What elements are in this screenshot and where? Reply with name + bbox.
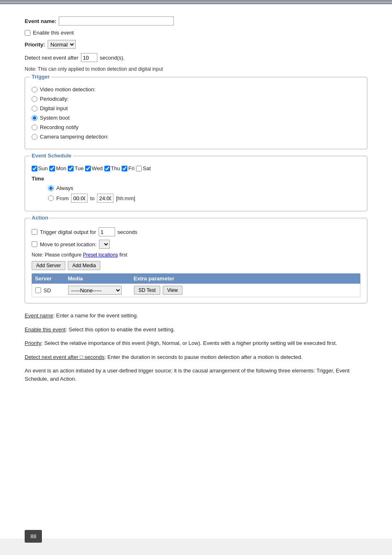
day-mon-checkbox[interactable] — [49, 166, 55, 171]
view-button[interactable]: View — [163, 286, 182, 295]
help-event-intro: An event is an action initiated by a use… — [25, 367, 367, 383]
trigger-digital-row: Digital input — [32, 105, 360, 111]
time-always-row: Always — [48, 185, 360, 191]
trigger-sysboot-radio[interactable] — [32, 115, 37, 121]
trigger-sysboot-row: System boot — [32, 115, 360, 121]
action-table-header: Server Media Extra parameter — [32, 273, 360, 284]
action-title: Action — [30, 215, 50, 221]
priority-label: Priority: — [25, 42, 45, 48]
day-tue-label: Tue — [74, 165, 83, 171]
trigger-title: Trigger — [30, 74, 51, 80]
day-sun: Sun — [32, 165, 48, 171]
time-always-radio[interactable] — [48, 185, 54, 191]
table-row-media-select[interactable]: -----None----- — [68, 286, 122, 295]
trigger-camtamper-row: Camera tampering detection: — [32, 134, 360, 140]
help-section: Event name: Enter a name for the event s… — [25, 312, 367, 383]
enable-event-label: Enable this event — [33, 30, 74, 36]
action-section: Action Trigger digital output for second… — [25, 218, 367, 303]
help-enable-event: Enable this event: Select this option to… — [25, 326, 367, 334]
time-always-label: Always — [56, 185, 73, 191]
help-term-priority: Priority — [25, 340, 41, 346]
detect-next-row: Detect next event after second(s). — [25, 53, 367, 62]
sd-test-button[interactable]: SD Test — [134, 286, 160, 295]
day-sun-checkbox[interactable] — [32, 166, 37, 171]
add-server-button[interactable]: Add Server — [32, 261, 65, 270]
day-tue-checkbox[interactable] — [68, 166, 74, 171]
day-sun-label: Sun — [38, 165, 48, 171]
preset-location-select[interactable] — [99, 240, 110, 249]
trigger-camtamper-label: Camera tampering detection: — [40, 134, 109, 140]
help-term-event-name: Event name — [25, 312, 53, 319]
trigger-video-label: Video motion detection: — [40, 86, 96, 92]
table-row-server-cell: SD — [35, 287, 68, 294]
priority-row: Priority: High Normal Low — [25, 40, 367, 49]
detect-next-label: Detect next event after — [25, 55, 78, 61]
help-term-enable-event: Enable this event — [25, 326, 66, 333]
enable-event-checkbox[interactable] — [25, 30, 30, 36]
event-name-input[interactable] — [59, 16, 174, 25]
help-event-name: Event name: Enter a name for the event s… — [25, 312, 367, 320]
help-text-detect-next: : Enter the duration in seconds to pause… — [104, 354, 302, 360]
add-buttons-row: Add Server Add Media — [32, 261, 360, 270]
time-to-input[interactable] — [97, 194, 113, 203]
time-from-radio[interactable] — [48, 195, 54, 201]
trigger-digital-output-checkbox[interactable] — [32, 229, 37, 235]
move-to-preset-checkbox[interactable] — [32, 241, 37, 247]
day-thu: Thu — [104, 165, 120, 171]
detect-next-suffix: second(s). — [100, 55, 125, 61]
day-thu-checkbox[interactable] — [104, 166, 110, 171]
day-fri-label: Fri — [128, 165, 134, 171]
day-fri: Fri — [122, 165, 134, 171]
time-label: Time — [32, 176, 360, 182]
priority-select[interactable]: High Normal Low — [48, 40, 76, 49]
time-from-input[interactable] — [71, 194, 88, 203]
move-to-preset-row: Move to preset location: — [32, 240, 360, 249]
trigger-periodically-radio[interactable] — [32, 96, 37, 102]
trigger-recnotify-radio[interactable] — [32, 125, 37, 130]
day-mon: Mon — [49, 165, 66, 171]
table-row-extra-cell: SD Test View — [134, 286, 357, 295]
help-text-priority: : Select the relative importance of this… — [41, 340, 337, 346]
page-content: Event name: Enable this event Priority: … — [0, 4, 392, 539]
day-fri-checkbox[interactable] — [122, 166, 127, 171]
help-detect-next: Detect next event after □ seconds: Enter… — [25, 353, 367, 361]
event-name-row: Event name: — [25, 16, 367, 25]
day-wed-label: Wed — [92, 165, 103, 171]
time-from-label: From — [56, 195, 69, 201]
trigger-digital-output-label: Trigger digital output for — [40, 229, 96, 235]
time-format-hint: [hh:mm] — [116, 195, 135, 201]
day-wed: Wed — [85, 165, 103, 171]
trigger-digital-label: Digital input — [40, 105, 68, 111]
day-sat-checkbox[interactable] — [136, 166, 142, 171]
help-term-detect-next: Detect next event after □ seconds — [25, 354, 104, 360]
help-text-event-intro: An event is an action initiated by a use… — [25, 368, 350, 382]
day-tue: Tue — [68, 165, 83, 171]
header-media: Media — [68, 275, 134, 282]
trigger-sysboot-label: System boot — [40, 115, 69, 121]
header-extra: Extra parameter — [134, 275, 357, 282]
add-media-button[interactable]: Add Media — [68, 261, 100, 270]
trigger-periodically-label: Periodically: — [40, 96, 69, 102]
preset-note: Note: Please configure Preset locations … — [32, 252, 360, 258]
time-to-label: to — [90, 195, 95, 201]
trigger-digital-output-input[interactable] — [99, 227, 115, 236]
trigger-digital-output-suffix: seconds — [118, 229, 137, 235]
event-schedule-section: Event Schedule Sun Mon Tue Wed Thu — [25, 156, 367, 211]
trigger-camtamper-radio[interactable] — [32, 134, 37, 140]
day-wed-checkbox[interactable] — [85, 166, 91, 171]
detect-next-input[interactable] — [81, 53, 97, 62]
time-from-row: From to [hh:mm] — [48, 194, 360, 203]
preset-locations-link[interactable]: Preset locations — [83, 252, 118, 258]
table-row-checkbox[interactable] — [35, 287, 41, 293]
top-bar — [0, 0, 392, 3]
day-sat: Sat — [136, 165, 151, 171]
help-priority: Priority: Select the relative importance… — [25, 339, 367, 347]
trigger-digital-radio[interactable] — [32, 106, 37, 111]
day-thu-label: Thu — [111, 165, 120, 171]
move-to-preset-label: Move to preset location: — [40, 241, 97, 247]
trigger-video-row: Video motion detection: — [32, 86, 360, 92]
enable-event-row: Enable this event — [25, 30, 367, 36]
trigger-digital-output-row: Trigger digital output for seconds — [32, 227, 360, 236]
trigger-recnotify-label: Recording notify — [40, 124, 78, 130]
trigger-video-radio[interactable] — [32, 87, 37, 92]
